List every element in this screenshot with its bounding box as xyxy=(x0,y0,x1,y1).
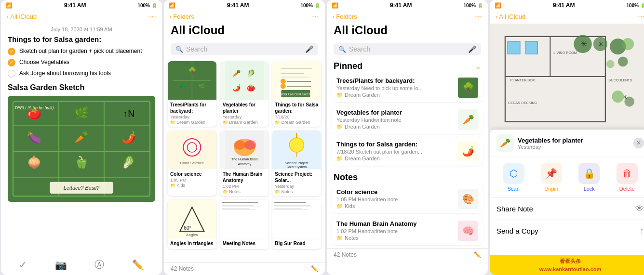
note-card-date-2: 7/18/20 xyxy=(275,115,319,119)
action-unpin[interactable]: 📌 Unpin xyxy=(541,163,562,192)
more-button-2[interactable]: ··· xyxy=(312,12,319,22)
svg-text:SUCCULENTS: SUCCULENTS xyxy=(608,78,632,82)
pinned-meta-2: 7/18/20 Sketch out plan for garden... xyxy=(336,149,453,155)
more-button-1[interactable]: ··· xyxy=(149,12,156,22)
note-card-6[interactable]: 60° Angles Angles in triangles xyxy=(168,200,216,249)
note-card-8[interactable]: Big Sur Road xyxy=(272,200,321,249)
more-button-4[interactable]: ··· xyxy=(638,12,644,22)
note-card-folder-3: 📁 Kids xyxy=(170,183,214,188)
popup-info: Vegetables for planter Yesterday xyxy=(518,137,630,150)
svg-text:✳: ✳ xyxy=(598,40,604,48)
svg-text:PLANTER BOX: PLANTER BOX xyxy=(510,78,535,82)
battery-2: 100% 🔋 xyxy=(300,3,320,8)
note-card-date-5: Yesterday xyxy=(275,184,319,189)
text-format-icon[interactable]: Ⓐ xyxy=(94,258,104,271)
share-note-icon: 👁 xyxy=(635,204,644,214)
notes-item-1[interactable]: The Human Brain Anatomy 1:02 PM Handwrit… xyxy=(332,216,483,245)
time-2: 9:41 AM xyxy=(227,2,249,9)
check-icon-2[interactable]: ✓ xyxy=(8,59,15,66)
popup-date: Yesterday xyxy=(518,144,630,150)
pinned-item-1[interactable]: Vegetables for planter Yesterday Handwri… xyxy=(332,105,483,134)
popup-header: 🥕 Vegetables for planter Yesterday × xyxy=(490,130,644,157)
pinned-item-0[interactable]: Trees/Plants for backyard: Yesterday Nee… xyxy=(332,73,483,102)
note-card-date-0: Yesterday xyxy=(170,115,214,119)
search-bar-2[interactable]: 🔍 Search 🎤 xyxy=(171,43,318,55)
back-button-3[interactable]: ‹ Folders xyxy=(333,13,357,20)
svg-text:↑N: ↑N xyxy=(123,108,134,119)
popup-close-button[interactable]: × xyxy=(633,138,644,148)
note-card-7[interactable]: Meeting Notes xyxy=(220,200,269,249)
note-card-folder-2: 📁 Dream Garden xyxy=(275,120,319,125)
pinned-chevron[interactable]: ⌄ xyxy=(475,62,481,71)
svg-text:🍅: 🍅 xyxy=(247,84,255,92)
pinned-item-2[interactable]: Things to for Salsa garden: 7/18/20 Sket… xyxy=(332,137,483,166)
note-card-info-5: Science Project: Solar... Yesterday 📁 No… xyxy=(272,169,321,196)
svg-text:🌲: 🌲 xyxy=(179,83,186,89)
notes-thumb-0: 🎨 xyxy=(458,189,478,209)
note-card-4[interactable]: The Human Brain Anatomy The Human Brain … xyxy=(220,131,269,196)
more-button-3[interactable]: ··· xyxy=(475,12,482,22)
svg-text:🌿: 🌿 xyxy=(199,83,205,89)
note-thumb-5: Science Project Solar System xyxy=(272,131,321,169)
check-icon-3[interactable] xyxy=(8,70,15,78)
note-card-title-0: Trees/Plants for backyard: xyxy=(170,102,214,114)
pinned-label: Pinned xyxy=(334,61,362,71)
menu-send-copy[interactable]: Send a Copy ↑ xyxy=(490,220,644,242)
pinned-info-0: Trees/Plants for backyard: Yesterday Nee… xyxy=(336,77,453,98)
note-card-3[interactable]: Color Science Color science 1:05 PM 📁 Ki… xyxy=(168,131,216,196)
note-card-info-4: The Human Brain Anatomy 1:02 PM 📁 Notes xyxy=(220,169,269,196)
compose-icon-3[interactable]: ✏️ xyxy=(474,251,481,258)
status-bar-2: 📶 9:41 AM 100% 🔋 xyxy=(164,0,325,10)
scan-label: Scan xyxy=(508,186,520,192)
note-card-0[interactable]: 🌳 🌲 🌿 Trees/Plants for backyard: Yesterd… xyxy=(168,61,216,127)
back-label-1: All iCloud xyxy=(10,13,37,20)
action-lock[interactable]: 🔒 Lock xyxy=(578,163,600,192)
svg-point-51 xyxy=(290,138,304,152)
notes-item-0[interactable]: Color science 1:05 PM Handwritten note 📁… xyxy=(332,184,483,213)
battery-text-1: 100% xyxy=(137,3,150,8)
notes-title-0: Color science xyxy=(336,188,453,196)
phone3-title: All iCloud xyxy=(334,24,481,37)
svg-text:🧅: 🧅 xyxy=(27,155,41,169)
time-4: 9:41 AM xyxy=(553,2,575,9)
watermark-line2: www.kankantoutiao.com xyxy=(494,265,644,274)
svg-text:CEDAR DECKING: CEDAR DECKING xyxy=(508,101,537,105)
svg-point-34 xyxy=(281,79,286,84)
menu-share-note[interactable]: Share Note 👁 xyxy=(490,198,644,220)
compose-icon-2[interactable]: ✏️ xyxy=(311,265,318,272)
lock-icon: 🔒 xyxy=(578,163,600,184)
checklist-text-2: Choose Vegetables xyxy=(19,58,69,66)
pinned-meta-0: Yesterday Need to pick up some lo... xyxy=(336,85,453,91)
back-button-4[interactable]: ‹ All iCloud xyxy=(496,13,525,20)
wifi-icon-4: 📶 xyxy=(495,2,501,9)
back-label-4: All iCloud xyxy=(499,13,525,20)
compose-icon[interactable]: ✏️ xyxy=(132,259,144,271)
mic-icon-2[interactable]: 🎤 xyxy=(305,45,313,53)
svg-text:🌳: 🌳 xyxy=(188,67,197,75)
note-card-2[interactable]: Salsa Garden Sketch Things to for Salsa … xyxy=(272,61,321,127)
done-icon[interactable]: ✓ xyxy=(19,259,27,271)
note-card-1[interactable]: 🥕 🥬 🌶️ 🍅 Vegetables for planter Yesterda… xyxy=(220,61,269,127)
pinned-meta-1: Yesterday Handwritten note xyxy=(336,117,453,123)
note-date: July 18, 2020 at 11:59 AM xyxy=(8,26,155,32)
camera-icon[interactable]: 📷 xyxy=(55,259,67,271)
mic-icon-3[interactable]: 🎤 xyxy=(468,45,476,53)
status-bar-4: 📶 9:41 AM 100% 🔋 xyxy=(490,0,644,10)
action-delete[interactable]: 🗑 Delete xyxy=(617,163,638,192)
note-card-5[interactable]: Science Project Solar System Science Pro… xyxy=(272,131,321,196)
sketch-title: Salsa Garden Sketch xyxy=(8,83,155,92)
pinned-thumb-0: 🌳 xyxy=(458,78,478,98)
back-button-2[interactable]: ‹ Folders xyxy=(170,13,194,20)
note-card-folder-5: 📁 Notes xyxy=(275,189,319,194)
wifi-icon: 📶 xyxy=(6,2,13,9)
note-card-title-7: Meeting Notes xyxy=(223,240,267,247)
status-bar-1: 📶 9:41 AM 100% 🔋 xyxy=(1,0,162,10)
action-scan[interactable]: ⬡ Scan xyxy=(503,163,524,192)
watermark: 看看头条 www.kankantoutiao.com xyxy=(490,255,644,275)
search-bar-3[interactable]: 🔍 Search 🎤 xyxy=(334,43,481,55)
nav-2: ‹ Folders ··· xyxy=(164,10,325,24)
check-icon-1[interactable]: ✓ xyxy=(8,48,15,55)
back-button-1[interactable]: ‹ All iCloud xyxy=(7,13,37,20)
phone2-title: All iCloud xyxy=(171,24,318,37)
note-card-info-6: Angles in triangles xyxy=(168,238,216,249)
